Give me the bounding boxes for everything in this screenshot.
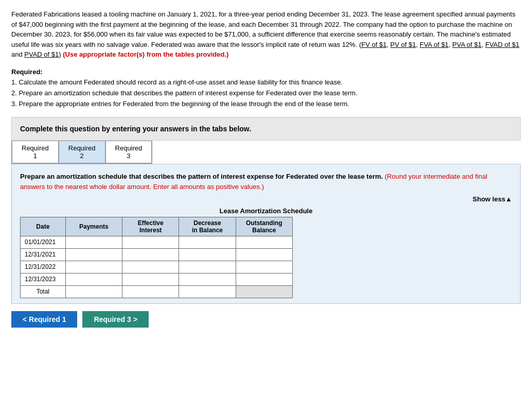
- required-item-1: 1. Calculate the amount Federated should…: [11, 77, 521, 88]
- tabs-container: Required1 Required2 Required3: [11, 141, 152, 164]
- col-header-date: Date: [21, 217, 66, 236]
- cell-payments-1[interactable]: [65, 248, 122, 261]
- cell-balance-2[interactable]: [236, 261, 292, 273]
- complete-box: Complete this question by entering your …: [11, 117, 521, 141]
- cell-total-decrease[interactable]: [179, 285, 236, 298]
- cell-date-3: 12/31/2023: [21, 273, 66, 285]
- cell-decrease-2[interactable]: [179, 261, 236, 273]
- tab-required-1[interactable]: Required1: [12, 141, 59, 163]
- pva-link[interactable]: PVA of $1: [452, 41, 482, 48]
- cell-total-interest[interactable]: [122, 285, 179, 298]
- amort-table: Date Payments EffectiveInterest Decrease…: [20, 217, 293, 298]
- cell-interest-1[interactable]: [122, 248, 179, 261]
- col-header-outstanding: OutstandingBalance: [236, 217, 292, 236]
- fva-link[interactable]: FVA of $1: [420, 41, 449, 48]
- cell-date-0: 01/01/2021: [21, 236, 66, 248]
- col-header-decrease: Decreasein Balance: [179, 217, 236, 236]
- tab-required-2[interactable]: Required2: [59, 141, 105, 163]
- amort-table-title: Lease Amortization Schedule: [20, 207, 512, 215]
- cell-decrease-1[interactable]: [179, 248, 236, 261]
- cell-total-balance: [236, 285, 292, 298]
- cell-balance-1[interactable]: [236, 248, 292, 261]
- intro-red-text: (Use appropriate factor(s) from the tabl…: [63, 50, 228, 58]
- cell-interest-2[interactable]: [122, 261, 179, 273]
- col-header-effective-interest: EffectiveInterest: [122, 217, 179, 236]
- bottom-nav: < Required 1 Required 3 >: [11, 311, 521, 328]
- show-less-control[interactable]: Show less▲: [20, 195, 512, 203]
- required-label: Required:: [11, 68, 43, 76]
- cell-decrease-3[interactable]: [179, 273, 236, 285]
- table-row: 12/31/2022: [21, 261, 293, 273]
- cell-payments-0[interactable]: [65, 236, 122, 248]
- table-row: 12/31/2023: [21, 273, 293, 285]
- cell-total-payments[interactable]: [65, 285, 122, 298]
- complete-box-text: Complete this question by entering your …: [20, 125, 512, 133]
- required-item-2: 2. Prepare an amortization schedule that…: [11, 88, 521, 99]
- table-row: 01/01/2021: [21, 236, 293, 248]
- pvad-link[interactable]: PVAD of $1: [24, 50, 59, 58]
- cell-date-1: 12/31/2021: [21, 248, 66, 261]
- cell-balance-0[interactable]: [236, 236, 292, 248]
- cell-payments-3[interactable]: [65, 273, 122, 285]
- cell-interest-3[interactable]: [122, 273, 179, 285]
- intro-paragraph: Federated Fabrications leased a tooling …: [11, 9, 521, 60]
- show-less-label[interactable]: Show less▲: [473, 195, 512, 203]
- table-row-total: Total: [21, 285, 293, 298]
- pv-link[interactable]: PV of $1: [391, 41, 416, 48]
- table-row: 12/31/2021: [21, 248, 293, 261]
- required-item-3: 3. Prepare the appropriate entries for F…: [11, 99, 521, 110]
- tab-required-3[interactable]: Required3: [105, 141, 152, 163]
- cell-total-label: Total: [21, 285, 66, 298]
- cell-date-2: 12/31/2022: [21, 261, 66, 273]
- tab-instruction-main: Prepare an amortization schedule that de…: [20, 173, 383, 180]
- fvad-link[interactable]: FVAD of $1: [485, 41, 519, 48]
- cell-interest-0[interactable]: [122, 236, 179, 248]
- table-header-row: Date Payments EffectiveInterest Decrease…: [21, 217, 293, 236]
- next-button[interactable]: Required 3 >: [82, 311, 148, 328]
- cell-balance-3[interactable]: [236, 273, 292, 285]
- required-section: Required: 1. Calculate the amount Federa…: [11, 67, 521, 110]
- cell-payments-2[interactable]: [65, 261, 122, 273]
- amortization-wrapper: Lease Amortization Schedule Date Payment…: [20, 207, 512, 298]
- tab-content-area: Prepare an amortization schedule that de…: [11, 164, 521, 304]
- prev-button[interactable]: < Required 1: [11, 311, 77, 328]
- fv-link[interactable]: FV of $1: [361, 41, 386, 48]
- cell-decrease-0[interactable]: [179, 236, 236, 248]
- col-header-payments: Payments: [65, 217, 122, 236]
